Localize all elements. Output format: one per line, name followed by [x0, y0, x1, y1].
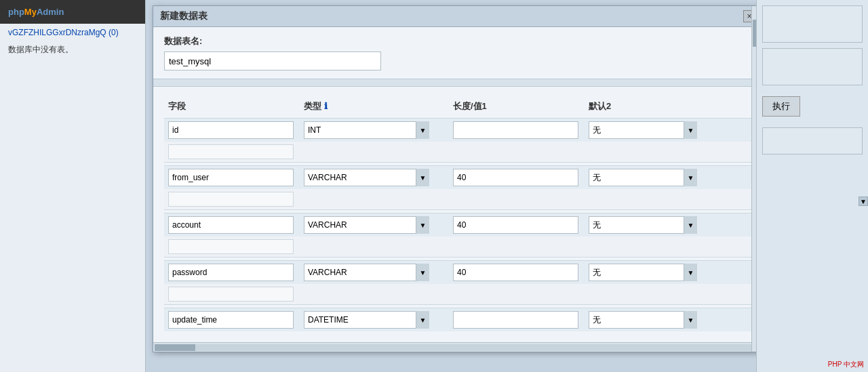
header-length: 长度/值1 [449, 98, 585, 115]
execute-area: 执行 [757, 91, 868, 122]
length-input-3[interactable] [453, 264, 578, 281]
modal-body: 数据表名: 字段 类型 ℹ 长度/值1 默认2 [153, 27, 756, 342]
table-row: DATETIME INT VARCHAR ▼ 无 [164, 308, 751, 331]
length-input-1[interactable] [453, 169, 578, 186]
default-select-4[interactable]: 无 NULL [589, 311, 697, 329]
default-select-2[interactable]: 无 NULL [589, 216, 697, 234]
field-name-input-1[interactable] [168, 169, 294, 186]
table-row: VARCHAR INT DATETIME ▼ 无 [164, 260, 751, 284]
scrollbar-track [155, 344, 756, 351]
field-default-cell-2: 无 NULL ▼ [585, 213, 707, 236]
type-select-2[interactable]: VARCHAR INT DATETIME [304, 216, 429, 234]
field-default-cell-3: 无 NULL ▼ [585, 261, 707, 284]
logo-my: My [24, 7, 37, 17]
extra-input-0[interactable] [168, 144, 294, 159]
field-row-group-0: INT VARCHAR DATETIME ▼ 无 [164, 118, 751, 163]
logo-area: phpMyAdmin [0, 0, 145, 24]
main-area: 新建数据表 × 数据表名: 字段 类型 ℹ 长度/值1 默认2 [146, 0, 756, 372]
sidebar-no-table: 数据库中没有表。 [0, 41, 145, 58]
length-input-0[interactable] [453, 121, 578, 139]
field-row-extra-0 [164, 142, 751, 163]
field-row-extra-3 [164, 284, 751, 305]
logo-php: php [8, 7, 24, 17]
field-name-cell-0 [164, 119, 300, 142]
field-type-cell-3: VARCHAR INT DATETIME ▼ [300, 261, 449, 284]
field-row-extra-2 [164, 236, 751, 257]
default-select-wrapper-1: 无 NULL ▼ [589, 169, 697, 186]
modal-horizontal-scrollbar[interactable] [153, 342, 756, 352]
type-select-wrapper-3: VARCHAR INT DATETIME ▼ [304, 264, 429, 281]
table-name-input[interactable] [164, 51, 381, 70]
field-name-input-3[interactable] [168, 264, 294, 281]
table-name-label: 数据表名: [164, 35, 751, 47]
fields-header: 字段 类型 ℹ 长度/值1 默认2 [164, 95, 751, 118]
default-select-1[interactable]: 无 NULL [589, 169, 697, 186]
field-length-cell-2 [449, 213, 585, 236]
field-row-group-1: VARCHAR INT DATETIME ▼ 无 [164, 165, 751, 210]
field-name-cell-4 [164, 308, 300, 331]
sidebar-db-link[interactable]: vGZFZHILGGxrDNzraMgQ (0) [0, 24, 145, 41]
type-select-3[interactable]: VARCHAR INT DATETIME [304, 264, 429, 281]
table-row: INT VARCHAR DATETIME ▼ 无 [164, 118, 751, 142]
field-length-cell-3 [449, 261, 585, 284]
field-length-cell-0 [449, 119, 585, 142]
header-type: 类型 ℹ [300, 98, 449, 115]
execute-button[interactable]: 执行 [762, 96, 800, 117]
logo: phpMyAdmin [8, 7, 64, 17]
field-name-cell-1 [164, 166, 300, 189]
extra-cell-1 [164, 189, 300, 209]
extra-cell-2 [164, 236, 300, 257]
default-select-wrapper-3: 无 NULL ▼ [589, 264, 697, 281]
extra-input-3[interactable] [168, 287, 294, 302]
modal-title: 新建数据表 [160, 10, 208, 22]
field-type-cell-2: VARCHAR INT DATETIME ▼ [300, 213, 449, 236]
header-field: 字段 [164, 98, 300, 115]
extra-input-1[interactable] [168, 192, 294, 207]
type-select-wrapper-1: VARCHAR INT DATETIME ▼ [304, 169, 429, 186]
field-row-group-4: DATETIME INT VARCHAR ▼ 无 [164, 308, 751, 331]
field-type-cell-4: DATETIME INT VARCHAR ▼ [300, 308, 449, 331]
field-row-extra-1 [164, 189, 751, 210]
modal-dialog: 新建数据表 × 数据表名: 字段 类型 ℹ 长度/值1 默认2 [153, 5, 756, 352]
field-default-cell-0: 无 NULL ▼ [585, 119, 707, 142]
field-type-cell-0: INT VARCHAR DATETIME ▼ [300, 119, 449, 142]
length-input-4[interactable] [453, 311, 578, 329]
field-name-input-0[interactable] [168, 121, 294, 139]
field-row-group-2: VARCHAR INT DATETIME ▼ 无 [164, 213, 751, 257]
type-select-1[interactable]: VARCHAR INT DATETIME [304, 169, 429, 186]
right-panel: 执行 ▼ PHP 中文网 [756, 0, 868, 372]
field-row-group-3: VARCHAR INT DATETIME ▼ 无 [164, 260, 751, 305]
sidebar: phpMyAdmin vGZFZHILGGxrDNzraMgQ (0) 数据库中… [0, 0, 146, 372]
field-length-cell-4 [449, 308, 585, 331]
length-input-2[interactable] [453, 216, 578, 234]
type-select-wrapper-4: DATETIME INT VARCHAR ▼ [304, 311, 429, 329]
modal-titlebar: 新建数据表 × [153, 6, 756, 27]
default-select-wrapper-2: 无 NULL ▼ [589, 216, 697, 234]
type-select-wrapper-2: VARCHAR INT DATETIME ▼ [304, 216, 429, 234]
extra-input-2[interactable] [168, 239, 294, 254]
default-select-3[interactable]: 无 NULL [589, 264, 697, 281]
right-panel-box2 [762, 48, 863, 85]
section-divider [153, 79, 756, 87]
field-name-input-2[interactable] [168, 216, 294, 234]
scrollbar-thumb [155, 344, 195, 351]
logo-admin: Admin [37, 7, 64, 17]
type-select-0[interactable]: INT VARCHAR DATETIME [304, 121, 429, 139]
field-name-cell-3 [164, 261, 300, 284]
field-name-input-4[interactable] [168, 311, 294, 329]
default-select-wrapper-0: 无 NULL ▼ [589, 121, 697, 139]
type-select-4[interactable]: DATETIME INT VARCHAR [304, 311, 429, 329]
table-row: VARCHAR INT DATETIME ▼ 无 [164, 213, 751, 236]
field-default-cell-1: 无 NULL ▼ [585, 166, 707, 189]
extra-cell-3 [164, 284, 300, 304]
right-panel-box3 [762, 127, 863, 154]
field-name-cell-2 [164, 213, 300, 236]
type-select-wrapper-0: INT VARCHAR DATETIME ▼ [304, 121, 429, 139]
field-default-cell-4: 无 NULL ▼ [585, 308, 707, 331]
default-select-0[interactable]: 无 NULL [589, 121, 697, 139]
modal-vertical-scrollbar[interactable] [751, 6, 756, 352]
default-select-wrapper-4: 无 NULL ▼ [589, 311, 697, 329]
right-panel-box1 [762, 5, 863, 43]
scroll-indicator[interactable]: ▼ [859, 197, 868, 206]
field-type-cell-1: VARCHAR INT DATETIME ▼ [300, 166, 449, 189]
